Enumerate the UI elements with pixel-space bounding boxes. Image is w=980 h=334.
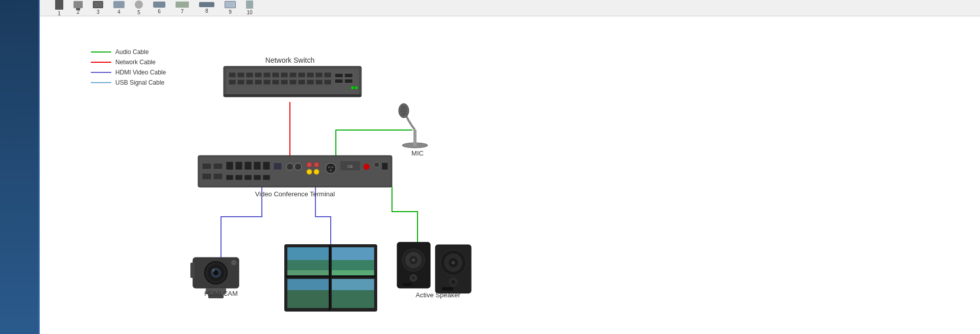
svg-rect-45 <box>226 162 233 170</box>
main-content: 1 2 3 4 5 6 <box>40 0 980 334</box>
svg-point-58 <box>328 166 330 168</box>
svg-point-113 <box>452 261 455 265</box>
svg-point-51 <box>286 163 293 170</box>
svg-point-60 <box>330 169 332 171</box>
svg-rect-42 <box>200 157 390 186</box>
svg-point-107 <box>412 276 415 279</box>
svg-rect-35 <box>413 130 416 146</box>
mic-icon <box>399 104 428 148</box>
svg-rect-44 <box>213 163 223 169</box>
svg-point-115 <box>452 280 455 284</box>
thumbnail-6[interactable]: 6 <box>153 2 165 14</box>
svg-rect-3 <box>229 72 236 78</box>
thumbnail-bar: 1 2 3 4 5 6 <box>40 0 980 16</box>
svg-point-31 <box>351 86 354 89</box>
svg-rect-95 <box>287 290 330 308</box>
thumbnail-3[interactable]: 3 <box>93 1 103 15</box>
svg-rect-14 <box>324 72 331 78</box>
svg-rect-26 <box>324 80 331 85</box>
svg-rect-28 <box>335 79 343 83</box>
svg-rect-18 <box>255 80 262 85</box>
svg-rect-43 <box>202 163 211 169</box>
svg-rect-9 <box>281 72 288 78</box>
svg-rect-96 <box>332 279 374 290</box>
svg-rect-66 <box>202 173 211 179</box>
thumbnail-7[interactable]: 7 <box>176 2 189 14</box>
svg-rect-19 <box>263 80 271 85</box>
thumbnail-2[interactable]: 2 <box>74 1 83 15</box>
display-icon <box>285 245 377 311</box>
svg-rect-70 <box>244 175 252 180</box>
svg-point-81 <box>231 260 237 266</box>
svg-rect-5 <box>246 72 253 78</box>
svg-point-105 <box>412 259 415 262</box>
svg-point-54 <box>314 162 319 167</box>
svg-rect-46 <box>235 162 242 170</box>
svg-rect-22 <box>289 80 297 85</box>
speaker-label: Active Speaker <box>415 291 460 299</box>
svg-rect-97 <box>332 290 374 308</box>
svg-text:CE: CE <box>347 164 353 169</box>
speaker-icon <box>397 242 471 293</box>
svg-rect-10 <box>289 72 297 78</box>
svg-rect-4 <box>237 72 244 78</box>
svg-rect-24 <box>307 80 314 85</box>
svg-rect-82 <box>190 263 194 278</box>
svg-rect-30 <box>345 79 353 83</box>
svg-rect-16 <box>237 80 244 85</box>
camera-label: HDMI CAM <box>204 290 238 297</box>
audio-cable-line <box>91 52 111 53</box>
network-switch-label: Network Switch <box>265 56 314 64</box>
svg-point-32 <box>355 86 358 89</box>
svg-rect-25 <box>315 80 323 85</box>
svg-rect-50 <box>274 163 282 170</box>
svg-rect-94 <box>287 279 330 290</box>
svg-point-56 <box>314 169 319 174</box>
network-cable-line <box>91 62 111 63</box>
thumbnail-5[interactable]: 5 <box>135 1 143 15</box>
svg-rect-71 <box>254 175 261 180</box>
svg-rect-27 <box>335 73 343 78</box>
svg-rect-116 <box>442 287 453 291</box>
svg-rect-48 <box>254 162 261 170</box>
svg-rect-69 <box>235 175 242 180</box>
thumbnail-1[interactable]: 1 <box>55 0 63 16</box>
svg-rect-20 <box>272 80 279 85</box>
svg-point-55 <box>307 169 312 174</box>
network-switch-icon <box>224 66 361 97</box>
svg-point-53 <box>307 162 312 167</box>
svg-rect-67 <box>213 173 223 179</box>
thumbnail-items: 1 2 3 4 5 6 <box>45 0 263 16</box>
thumbnail-8[interactable]: 8 <box>199 2 214 14</box>
svg-rect-47 <box>244 162 252 170</box>
svg-rect-12 <box>307 72 314 78</box>
svg-point-64 <box>374 162 379 167</box>
svg-rect-108 <box>402 283 412 286</box>
svg-rect-7 <box>263 72 271 78</box>
thumbnail-9[interactable]: 9 <box>225 1 236 15</box>
mic-label: MIC <box>411 149 424 157</box>
svg-point-59 <box>331 166 333 168</box>
svg-rect-23 <box>298 80 305 85</box>
svg-rect-8 <box>272 72 279 78</box>
svg-rect-72 <box>263 175 270 180</box>
hdmi-cable-line <box>91 72 111 73</box>
thumbnail-4[interactable]: 4 <box>113 1 125 15</box>
thumbnail-10[interactable]: 10 <box>246 1 253 15</box>
svg-rect-21 <box>281 80 288 85</box>
usb-cable-line <box>91 82 111 83</box>
svg-rect-89 <box>332 247 374 260</box>
svg-rect-29 <box>345 73 353 78</box>
vct-label: Video Conference Terminal <box>255 190 335 198</box>
svg-rect-6 <box>255 72 262 78</box>
svg-rect-49 <box>263 162 270 170</box>
svg-point-57 <box>326 163 336 173</box>
svg-rect-65 <box>382 163 388 170</box>
svg-point-63 <box>363 164 370 170</box>
svg-rect-17 <box>246 80 253 85</box>
svg-rect-13 <box>315 72 323 78</box>
svg-rect-15 <box>229 80 236 85</box>
diagram-svg: Network Switch MIC <box>132 18 795 329</box>
left-sidebar <box>0 0 40 334</box>
svg-point-52 <box>295 163 302 170</box>
